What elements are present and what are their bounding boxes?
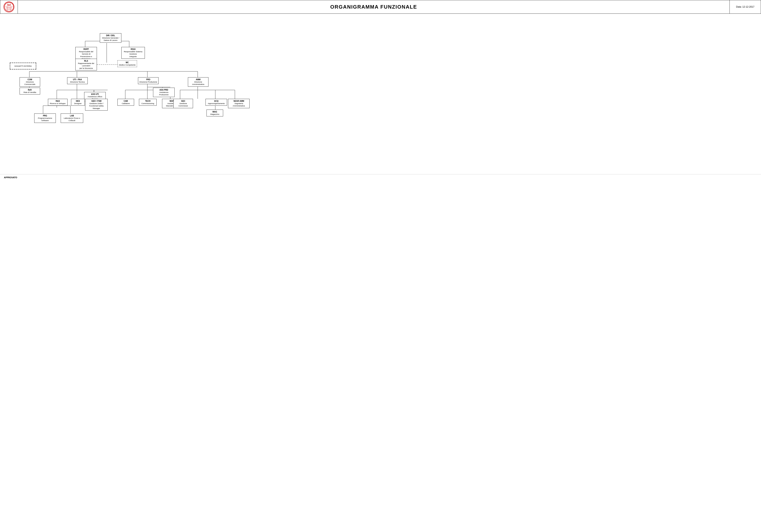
header: SV SISTEMI DI SICUREZZA ORGANIGRAMMA FUN… (0, 0, 761, 14)
node-dir: DIR / DDL Direzione Generale / Datore di… (100, 33, 121, 43)
node-rls: RLS Rappresentante dei Lavoratori per la… (75, 59, 97, 71)
node-gec: GEC Gestione Commesse (173, 99, 193, 108)
node-rsgi: RSGI Responsabile Sistema Gestione integ… (121, 47, 145, 59)
page-title: ORGANIGRAMMA FUNZIONALE (18, 4, 730, 10)
svg-text:SICUREZZA: SICUREZZA (6, 9, 12, 10)
node-segr: SEGR AMM Segreteria Amministrativa (228, 99, 250, 108)
node-ass-prd: ASS PRD Assistenza Produzione (153, 88, 175, 97)
logo: SV SISTEMI DI SICUREZZA (0, 0, 18, 14)
node-geo: GEO / FSM Gestione Ordini / Functional S… (85, 99, 108, 111)
node-prd: PRD Direzione Produzione (138, 77, 158, 84)
svg-text:SV: SV (7, 4, 10, 6)
approval-status: APPROVATO (4, 176, 17, 179)
node-cab: CAB Cablatore (117, 99, 134, 106)
node-des: DES Designer (71, 99, 85, 106)
node-uti: UTI - PAA Direzione Tecnica (67, 77, 88, 84)
node-tech: TECH Commissioning (139, 99, 156, 106)
node-mag: MAG Magazzino (206, 110, 223, 116)
node-rs: R&S Ricerca & Sviluppo (48, 99, 68, 106)
node-com: COM Direzione Commerciale (20, 77, 40, 87)
header-date: Data: 12-12-2017 (730, 0, 761, 14)
node-amm: AMM Direzione Amministrativa (188, 77, 208, 87)
node-acq: ACQ Approvvigionamento (205, 99, 227, 106)
orgchart-area: SOGGETTI ESTERNI DIR / DDL Direzione Gen… (0, 14, 761, 170)
footer: APPROVATO (0, 174, 761, 181)
soggetti-esterni-box: SOGGETTI ESTERNI (10, 63, 36, 70)
node-lab: LAB Laboratorio Prove e Collaudi (61, 114, 83, 123)
node-prg: PRG Programmazione Software (34, 114, 56, 123)
orgchart: SOGGETTI ESTERNI DIR / DDL Direzione Gen… (4, 18, 757, 145)
node-mc: MC Medico Competente (117, 60, 137, 67)
node-rdv: RdV Rete di Vendita (20, 88, 40, 94)
